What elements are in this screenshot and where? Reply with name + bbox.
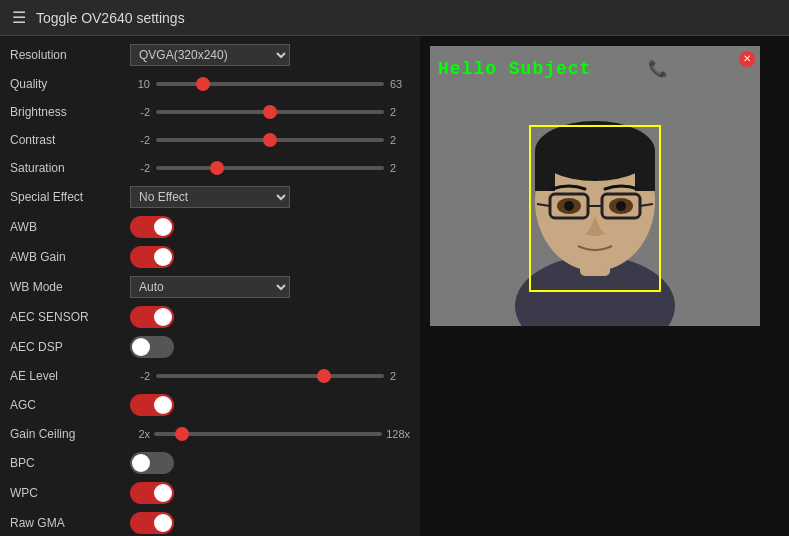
contrast-control: -2 2 <box>130 134 410 146</box>
wpc-label: WPC <box>10 486 130 500</box>
special-effect-row: Special Effect No Effect Negative Graysc… <box>0 182 420 212</box>
svg-point-16 <box>616 201 626 211</box>
contrast-label: Contrast <box>10 133 130 147</box>
svg-rect-7 <box>635 151 655 191</box>
camera-feed: Hello Subject 📞 <box>430 46 760 326</box>
quality-slider[interactable] <box>156 82 384 86</box>
brightness-max: 2 <box>390 106 410 118</box>
special-effect-label: Special Effect <box>10 190 130 204</box>
quality-min: 10 <box>130 78 150 90</box>
aec-dsp-toggle[interactable] <box>130 336 174 358</box>
quality-control: 10 63 <box>130 78 410 90</box>
gain-ceiling-max: 128x <box>386 428 410 440</box>
awb-toggle[interactable] <box>130 216 174 238</box>
awb-gain-toggle[interactable] <box>130 246 174 268</box>
gain-ceiling-slider[interactable] <box>154 432 382 436</box>
contrast-slider[interactable] <box>156 138 384 142</box>
wpc-toggle[interactable] <box>130 482 174 504</box>
raw-gma-control <box>130 512 410 534</box>
wpc-row: WPC <box>0 478 420 508</box>
awb-label: AWB <box>10 220 130 234</box>
ae-level-row: AE Level -2 2 <box>0 362 420 390</box>
wpc-control <box>130 482 410 504</box>
camera-panel: Hello Subject 📞 ✕ <box>420 36 789 536</box>
special-effect-control: No Effect Negative Grayscale Red Tint Gr… <box>130 186 410 208</box>
brightness-control: -2 2 <box>130 106 410 118</box>
aec-sensor-control <box>130 306 410 328</box>
ae-level-label: AE Level <box>10 369 130 383</box>
bpc-toggle[interactable] <box>130 452 174 474</box>
aec-sensor-toggle[interactable] <box>130 306 174 328</box>
wb-mode-select[interactable]: Auto Sunny Cloudy Office Home <box>130 276 290 298</box>
bpc-label: BPC <box>10 456 130 470</box>
camera-background: Hello Subject 📞 ✕ <box>430 46 760 326</box>
raw-gma-row: Raw GMA <box>0 508 420 536</box>
aec-sensor-label: AEC SENSOR <box>10 310 130 324</box>
quality-label: Quality <box>10 77 130 91</box>
contrast-row: Contrast -2 2 <box>0 126 420 154</box>
svg-rect-6 <box>535 151 555 191</box>
agc-control <box>130 394 410 416</box>
brightness-min: -2 <box>130 106 150 118</box>
settings-panel: Resolution QVGA(320x240) VGA(640x480) SV… <box>0 36 420 536</box>
resolution-control: QVGA(320x240) VGA(640x480) SVGA(800x600)… <box>130 44 410 66</box>
agc-label: AGC <box>10 398 130 412</box>
aec-dsp-label: AEC DSP <box>10 340 130 354</box>
raw-gma-label: Raw GMA <box>10 516 130 530</box>
aec-sensor-row: AEC SENSOR <box>0 302 420 332</box>
main-content: Resolution QVGA(320x240) VGA(640x480) SV… <box>0 36 789 536</box>
resolution-row: Resolution QVGA(320x240) VGA(640x480) SV… <box>0 40 420 70</box>
saturation-control: -2 2 <box>130 162 410 174</box>
header: ☰ Toggle OV2640 settings <box>0 0 789 36</box>
awb-gain-label: AWB Gain <box>10 250 130 264</box>
wb-mode-control: Auto Sunny Cloudy Office Home <box>130 276 410 298</box>
aec-dsp-control <box>130 336 410 358</box>
wb-mode-row: WB Mode Auto Sunny Cloudy Office Home <box>0 272 420 302</box>
close-button[interactable]: ✕ <box>739 51 755 67</box>
svg-text:Hello Subject: Hello Subject <box>438 59 591 79</box>
gain-ceiling-min: 2x <box>130 428 150 440</box>
app-container: ☰ Toggle OV2640 settings Resolution QVGA… <box>0 0 789 536</box>
saturation-max: 2 <box>390 162 410 174</box>
bpc-control <box>130 452 410 474</box>
ae-level-min: -2 <box>130 370 150 382</box>
raw-gma-toggle[interactable] <box>130 512 174 534</box>
gain-ceiling-control: 2x 128x <box>130 428 410 440</box>
awb-control <box>130 216 410 238</box>
gain-ceiling-label: Gain Ceiling <box>10 427 130 441</box>
saturation-label: Saturation <box>10 161 130 175</box>
saturation-slider[interactable] <box>156 166 384 170</box>
aec-dsp-row: AEC DSP <box>0 332 420 362</box>
app-title: Toggle OV2640 settings <box>36 10 185 26</box>
quality-row: Quality 10 63 <box>0 70 420 98</box>
contrast-max: 2 <box>390 134 410 146</box>
ae-level-control: -2 2 <box>130 370 410 382</box>
brightness-row: Brightness -2 2 <box>0 98 420 126</box>
quality-max: 63 <box>390 78 410 90</box>
wb-mode-label: WB Mode <box>10 280 130 294</box>
camera-view: Hello Subject 📞 ✕ <box>430 46 760 326</box>
ae-level-max: 2 <box>390 370 410 382</box>
menu-icon[interactable]: ☰ <box>12 8 26 27</box>
contrast-min: -2 <box>130 134 150 146</box>
bpc-row: BPC <box>0 448 420 478</box>
special-effect-select[interactable]: No Effect Negative Grayscale Red Tint Gr… <box>130 186 290 208</box>
svg-text:📞: 📞 <box>648 59 668 78</box>
resolution-select[interactable]: QVGA(320x240) VGA(640x480) SVGA(800x600)… <box>130 44 290 66</box>
resolution-label: Resolution <box>10 48 130 62</box>
ae-level-slider[interactable] <box>156 374 384 378</box>
svg-point-15 <box>564 201 574 211</box>
agc-toggle[interactable] <box>130 394 174 416</box>
agc-row: AGC <box>0 390 420 420</box>
awb-gain-row: AWB Gain <box>0 242 420 272</box>
brightness-slider[interactable] <box>156 110 384 114</box>
saturation-row: Saturation -2 2 <box>0 154 420 182</box>
awb-row: AWB <box>0 212 420 242</box>
brightness-label: Brightness <box>10 105 130 119</box>
awb-gain-control <box>130 246 410 268</box>
saturation-min: -2 <box>130 162 150 174</box>
gain-ceiling-row: Gain Ceiling 2x 128x <box>0 420 420 448</box>
